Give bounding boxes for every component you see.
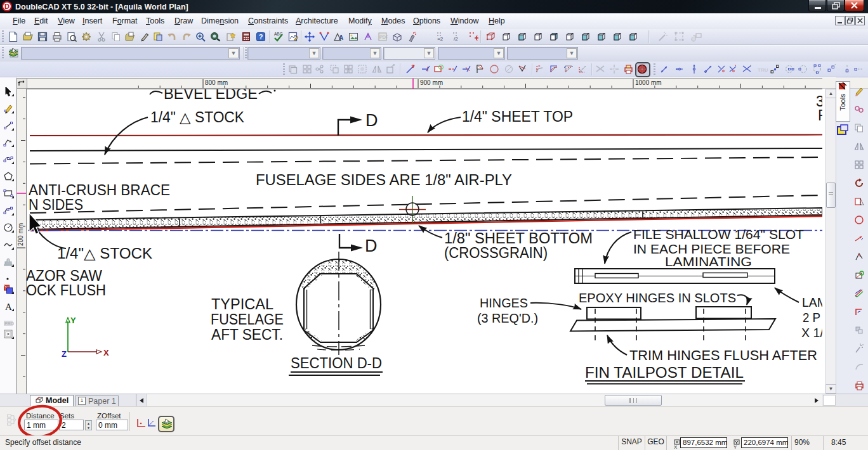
svg-text:BEVEL EDGE: BEVEL EDGE [164, 89, 258, 102]
svg-text:SECTION D-D: SECTION D-D [291, 354, 382, 371]
svg-text:EPOXY HINGES IN SLOTS: EPOXY HINGES IN SLOTS [579, 290, 736, 305]
svg-text:TRU: TRU [758, 67, 768, 73]
svg-text:2 P: 2 P [803, 310, 820, 325]
svg-text:FUSELAGE: FUSELAGE [211, 311, 284, 328]
svg-text:N SIDES: N SIDES [29, 196, 83, 213]
svg-text:1000 mm: 1000 mm [635, 79, 662, 86]
svg-text:TRIM HINGES FLUSH AFTER: TRIM HINGES FLUSH AFTER [629, 347, 817, 363]
svg-text:LAMINATING: LAMINATING [665, 254, 752, 269]
svg-text:LAM: LAM [802, 295, 822, 309]
svg-text:?: ? [259, 33, 263, 41]
svg-text:(3 REQ'D.): (3 REQ'D.) [477, 311, 538, 325]
svg-text:Y: Y [733, 444, 737, 449]
svg-text:PRO: PRO [4, 321, 14, 326]
svg-text:AFT SECT.: AFT SECT. [211, 326, 283, 343]
svg-text:D: D [365, 236, 378, 255]
svg-text:(CROSSGRAIN): (CROSSGRAIN) [444, 245, 548, 261]
svg-text:OCK FLUSH: OCK FLUSH [27, 282, 106, 299]
svg-text:D: D [365, 111, 378, 130]
svg-text:HINGES: HINGES [480, 295, 528, 310]
svg-text:Y: Y [70, 316, 76, 325]
svg-text:X 1/: X 1/ [801, 325, 822, 340]
svg-text:FIN TAILPOST DETAIL: FIN TAILPOST DETAIL [585, 364, 744, 381]
svg-text:A: A [339, 34, 343, 41]
svg-text:900 mm: 900 mm [420, 79, 443, 86]
svg-text:1/4" SHEET TOP: 1/4" SHEET TOP [462, 108, 573, 125]
svg-text:/2: /2 [454, 36, 458, 42]
svg-text:TYPICAL: TYPICAL [211, 296, 273, 312]
svg-text:X: X [103, 348, 109, 357]
svg-text:X: X [674, 444, 678, 449]
svg-text:×2: ×2 [437, 36, 444, 42]
svg-text:1/4"△ STOCK: 1/4"△ STOCK [57, 245, 153, 262]
svg-text:PDF: PDF [379, 35, 388, 39]
svg-text:FILE SHALLOW 1/64" SLOT: FILE SHALLOW 1/64" SLOT [633, 227, 804, 241]
svg-text:FUSELAGE SIDES ARE 1/8" AIR-PL: FUSELAGE SIDES ARE 1/8" AIR-PLY [256, 172, 512, 188]
svg-text:1/4" △ STOCK: 1/4" △ STOCK [150, 109, 245, 125]
svg-text:800 mm: 800 mm [205, 79, 228, 86]
svg-text:R: R [818, 107, 822, 124]
svg-text:Z: Z [62, 349, 67, 359]
